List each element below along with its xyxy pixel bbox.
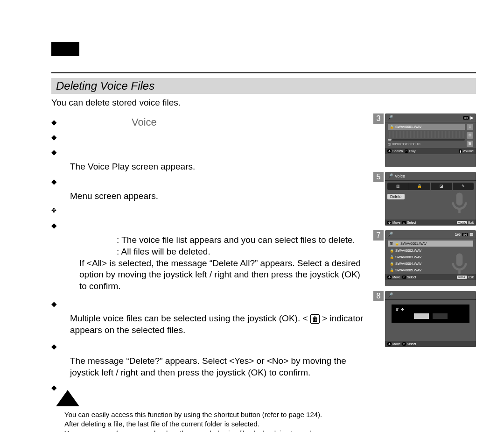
maltese-icon: ✤ bbox=[51, 205, 56, 217]
step-number: 8 bbox=[373, 291, 384, 301]
side-trash-icon[interactable]: 🗑 bbox=[467, 141, 473, 147]
dpad-icon: ✥ bbox=[387, 149, 392, 153]
big-mic-icon bbox=[447, 251, 472, 278]
diamond-icon: ◆ bbox=[51, 146, 57, 158]
play-icon: ▶ bbox=[470, 115, 474, 120]
file-list-screen: 🎤 1/6 IN ▦ 🗑 🔒 SWAV0001.WAV bbox=[385, 230, 476, 286]
big-mic-icon bbox=[447, 191, 472, 217]
select-hint: Select bbox=[407, 276, 416, 279]
clock-icon: ◷ bbox=[388, 142, 392, 146]
delete-dialog: 🗑 ✤ bbox=[392, 305, 469, 323]
file-list-appears: : The voice file list appears and you ca… bbox=[117, 234, 368, 246]
file-name: SWAV0001.WAV bbox=[400, 241, 427, 246]
tab-icon[interactable]: ▥ bbox=[387, 183, 409, 190]
search-hint: Search bbox=[392, 149, 403, 153]
progress-bar[interactable] bbox=[388, 139, 465, 141]
mic-icon: 🎤 bbox=[387, 292, 393, 298]
ok-icon: □ bbox=[402, 221, 406, 224]
screenshot-column: 3 🎤 IN ▶ ≡ ⊞ 🗑 🔒 bbox=[373, 113, 476, 347]
all-deleted: : All files will be deleted. bbox=[117, 246, 368, 258]
waveform bbox=[388, 131, 465, 138]
voice-label: Voice bbox=[132, 116, 157, 128]
file-name: SWAV0004.WAV bbox=[395, 262, 421, 266]
mic-icon: 🎤 bbox=[387, 173, 393, 179]
delete-confirm: The message “Delete?” appears. Select <Y… bbox=[70, 355, 368, 378]
play-hint: Play bbox=[409, 149, 416, 153]
lock-icon: 🔒 bbox=[395, 241, 399, 246]
file-name: SWAV0005.WAV bbox=[395, 268, 421, 272]
timer: 00:00:00/00:00:10 bbox=[392, 142, 420, 146]
trash-icon: 🗑 bbox=[390, 241, 393, 246]
note-1: You can easily access this function by u… bbox=[64, 410, 368, 419]
confirm-dialog-screen: 🎤 🗑 ✤ ✥Move □Select bbox=[385, 291, 476, 347]
lock-icon: 🔒 bbox=[390, 125, 394, 129]
file-count: 1/6 bbox=[455, 232, 461, 237]
step-5: 5 🎤 Voice ▥ 🔒 ◪ ✎ Delete bbox=[373, 172, 476, 226]
move-hint: Move bbox=[392, 276, 400, 279]
diamond-icon: ◆ bbox=[51, 116, 57, 128]
tab-icon[interactable]: ◪ bbox=[431, 183, 453, 190]
voice-play-appears: The Voice Play screen appears. bbox=[70, 161, 368, 173]
yes-option[interactable] bbox=[414, 313, 429, 319]
diamond-icon: ◆ bbox=[51, 220, 57, 232]
delete-menu-item[interactable]: Delete bbox=[387, 194, 405, 199]
menu-appears: Menu screen appears. bbox=[70, 191, 368, 202]
current-file: SWAV0001.WAV bbox=[395, 125, 421, 129]
dpad-icon: ✥ bbox=[387, 276, 392, 279]
step-number: 7 bbox=[373, 230, 384, 241]
tab-lock-icon[interactable]: 🔒 bbox=[409, 183, 431, 190]
voice-play-screen: 🎤 IN ▶ ≡ ⊞ 🗑 🔒 SWAV0001.WAV bbox=[385, 113, 476, 167]
lock-icon: 🔒 bbox=[390, 268, 394, 272]
mic-icon: 🎤 bbox=[387, 232, 393, 237]
tab-icon[interactable]: ✎ bbox=[453, 183, 474, 190]
file-item[interactable]: 🗑 🔒 SWAV0001.WAV bbox=[388, 241, 473, 247]
page-corner-triangle bbox=[56, 390, 79, 406]
step-8: 8 🎤 🗑 ✤ bbox=[373, 291, 476, 347]
note-2: After deleting a file, the last file of … bbox=[64, 419, 368, 429]
vol-icon: ▮ bbox=[459, 149, 462, 153]
step-number: 3 bbox=[373, 113, 384, 124]
grid-icon: ▦ bbox=[469, 232, 474, 237]
manual-page: Deleting Voice Files You can delete stor… bbox=[0, 0, 504, 432]
english-tab bbox=[51, 42, 79, 56]
section-title: Deleting Voice Files bbox=[51, 78, 476, 94]
no-option[interactable] bbox=[433, 313, 448, 319]
diamond-icon: ◆ bbox=[51, 176, 57, 188]
exit-hint: Exit bbox=[468, 221, 474, 224]
instruction-column: ◆ Voice ◆ ◆ The Voice Play screen appear… bbox=[51, 113, 368, 432]
lock-icon: 🔒 bbox=[390, 262, 394, 266]
volume-hint: Volume bbox=[463, 149, 474, 153]
file-name: SWAV0002.WAV bbox=[395, 248, 421, 253]
menu-key: MENU bbox=[457, 221, 467, 224]
notes-block: You can easily access this function by u… bbox=[64, 410, 368, 432]
delete-all-msg: If <All> is selected, the message “Delet… bbox=[79, 258, 368, 292]
lock-icon: 🔒 bbox=[390, 248, 394, 253]
diamond-icon: ◆ bbox=[51, 340, 57, 353]
step-7: 7 🎤 1/6 IN ▦ 🗑 🔒 bbox=[373, 230, 476, 286]
file-name: SWAV0003.WAV bbox=[395, 255, 421, 259]
ok-icon: □ bbox=[402, 276, 406, 279]
diamond-icon: ◆ bbox=[51, 131, 57, 143]
dpad-icon: ✥ bbox=[387, 342, 392, 346]
voice-menu-screen: 🎤 Voice ▥ 🔒 ◪ ✎ Delete ✥Move bbox=[385, 172, 476, 226]
select-hint: Select bbox=[407, 221, 416, 224]
tab-row[interactable]: ▥ 🔒 ◪ ✎ bbox=[387, 183, 474, 190]
trash-icon: 🗑 bbox=[395, 307, 399, 312]
trash-icon: 🗑 bbox=[310, 314, 320, 324]
diamond-icon: ◆ bbox=[51, 298, 57, 310]
ok-icon: □ bbox=[405, 149, 408, 153]
mic-icon: 🎤 bbox=[387, 115, 393, 120]
top-rule bbox=[51, 72, 476, 73]
maltese-icon: ✤ bbox=[401, 307, 404, 312]
side-icon[interactable]: ⊞ bbox=[467, 132, 473, 139]
note-3: You can access the menu only when the re… bbox=[64, 429, 368, 432]
select-hint: Select bbox=[407, 342, 416, 346]
multi-select: Multiple voice files can be selected usi… bbox=[70, 313, 368, 336]
lock-icon: 🔒 bbox=[390, 255, 394, 259]
side-icon[interactable]: ≡ bbox=[467, 124, 473, 130]
voice-title: Voice bbox=[395, 174, 405, 178]
ok-icon: □ bbox=[402, 342, 406, 346]
step-number: 5 bbox=[373, 172, 384, 182]
dpad-icon: ✥ bbox=[387, 221, 392, 224]
in-badge: IN bbox=[463, 116, 469, 120]
